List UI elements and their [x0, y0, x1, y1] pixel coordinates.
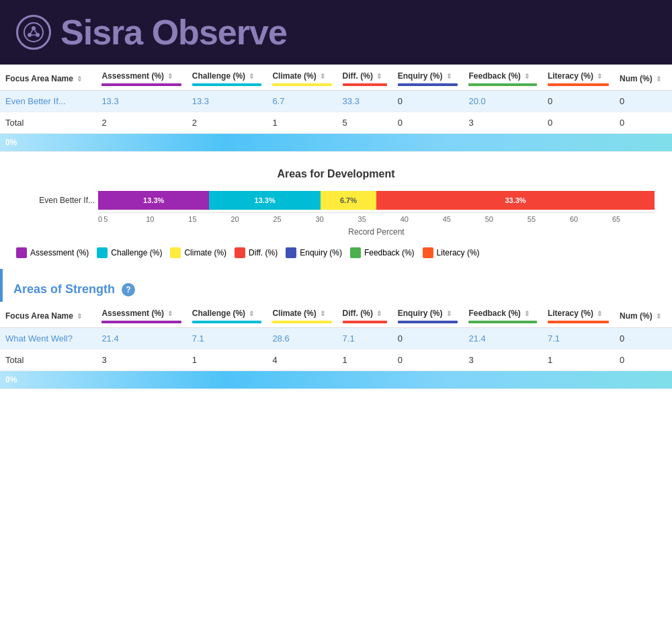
dev-total-enquiry: 0: [392, 112, 464, 134]
st-total-assessment: 3: [96, 350, 186, 371]
sth-enquiry[interactable]: Enquiry (%) ⇕: [392, 302, 464, 328]
dev-progress-cell: 0%: [0, 134, 672, 152]
sort-icon-st-focus: ⇕: [77, 313, 82, 320]
sth-challenge[interactable]: Challenge (%) ⇕: [187, 302, 267, 328]
legend-label-assessment: Assessment (%): [30, 248, 89, 257]
legend-enquiry: Enquiry (%): [286, 247, 342, 258]
dev-table-header-row: Focus Area Name ⇕ Assessment (%) ⇕ Chall…: [0, 65, 672, 91]
st-literacy-link[interactable]: 7.1: [548, 333, 560, 344]
st-assessment-link[interactable]: 21.4: [101, 333, 118, 344]
help-badge[interactable]: ?: [122, 283, 135, 296]
st-total-climate: 4: [267, 350, 337, 371]
sth-climate[interactable]: Climate (%) ⇕: [267, 302, 337, 328]
th-climate[interactable]: Climate (%) ⇕: [267, 65, 337, 91]
legend-swatch-assessment: [16, 247, 27, 258]
sort-icon-st-feedback: ⇕: [524, 310, 530, 317]
legend-climate: Climate (%): [170, 247, 226, 258]
dev-progress-row: 0%: [0, 134, 672, 152]
legend-challenge: Challenge (%): [97, 247, 162, 258]
title-black: Sisra: [60, 13, 142, 52]
sort-icon-st-diff: ⇕: [376, 310, 382, 317]
st-total-challenge: 1: [187, 350, 267, 371]
legend-swatch-diff: [235, 247, 245, 258]
th-diff[interactable]: Diff. (%) ⇕: [337, 65, 392, 91]
dev-assessment-link[interactable]: 13.3: [101, 96, 118, 106]
st-total-diff: 1: [337, 350, 392, 371]
legend-label-literacy: Literacy (%): [437, 248, 480, 257]
st-cell-feedback: 21.4: [463, 328, 542, 350]
legend-label-enquiry: Enquiry (%): [300, 248, 342, 257]
th-assessment[interactable]: Assessment (%) ⇕: [96, 65, 186, 91]
strength-progress-row: 0%: [0, 371, 672, 389]
sth-feedback[interactable]: Feedback (%) ⇕: [463, 302, 542, 328]
dev-cell-enquiry: 0: [392, 91, 464, 112]
dev-climate-link[interactable]: 6.7: [272, 96, 284, 106]
dev-total-num: 0: [614, 112, 672, 134]
sort-icon-enquiry: ⇕: [446, 73, 452, 80]
svg-line-5: [34, 28, 38, 35]
dev-total-climate: 1: [267, 112, 337, 134]
dev-diff-link[interactable]: 33.3: [343, 96, 360, 106]
th-num[interactable]: Num (%) ⇕: [614, 65, 672, 91]
legend-swatch-feedback: [350, 247, 361, 258]
sth-assessment[interactable]: Assessment (%) ⇕: [96, 302, 186, 328]
legend-swatch-enquiry: [286, 247, 296, 258]
legend-swatch-climate: [170, 247, 181, 258]
legend-label-feedback: Feedback (%): [364, 248, 415, 257]
strength-section-header: Areas of Strength ?: [0, 269, 672, 302]
x-tick-60: 60: [570, 215, 612, 223]
dev-cell-focus-area: Even Better If...: [0, 91, 96, 112]
st-cell-climate: 28.6: [267, 328, 337, 350]
svg-point-0: [24, 23, 43, 42]
th-enquiry[interactable]: Enquiry (%) ⇕: [392, 65, 464, 91]
sort-icon-st-num: ⇕: [656, 313, 661, 320]
st-cell-num: 0: [614, 328, 672, 350]
sort-icon-feedback: ⇕: [524, 73, 530, 80]
st-focus-area-link[interactable]: What Went Well?: [5, 333, 73, 344]
strength-section-link[interactable]: Areas of Strength: [13, 282, 115, 296]
dev-challenge-link[interactable]: 13.3: [192, 96, 209, 106]
th-feedback[interactable]: Feedback (%) ⇕: [463, 65, 542, 91]
dev-feedback-link[interactable]: 20.0: [468, 96, 485, 106]
legend-label-climate: Climate (%): [184, 248, 226, 257]
dev-cell-challenge: 13.3: [187, 91, 267, 112]
st-challenge-link[interactable]: 7.1: [192, 333, 204, 344]
dev-total-feedback: 3: [463, 112, 542, 134]
sth-literacy[interactable]: Literacy (%) ⇕: [542, 302, 614, 328]
sth-focus-area[interactable]: Focus Area Name ⇕: [0, 302, 96, 328]
dev-focus-area-link[interactable]: Even Better If...: [5, 96, 66, 106]
dev-cell-climate: 6.7: [267, 91, 337, 112]
st-feedback-link[interactable]: 21.4: [468, 333, 485, 344]
svg-line-4: [30, 28, 34, 35]
st-total-enquiry: 0: [392, 350, 464, 371]
x-tick-20: 20: [230, 215, 273, 223]
th-challenge[interactable]: Challenge (%) ⇕: [187, 65, 267, 91]
app-title: Sisra Observe: [60, 12, 287, 52]
legend-assessment: Assessment (%): [16, 247, 89, 258]
strength-total-row: Total 3 1 4 1 0 3 1 0: [0, 350, 672, 371]
chart-legend: Assessment (%) Challenge (%) Climate (%)…: [11, 247, 661, 258]
chart-bar-assessment: 13.3%: [98, 191, 209, 210]
sort-icon-st-climate: ⇕: [320, 310, 325, 317]
th-literacy[interactable]: Literacy (%) ⇕: [542, 65, 614, 91]
st-climate-link[interactable]: 28.6: [272, 333, 289, 344]
dev-total-label: Total: [0, 112, 96, 134]
th-focus-area[interactable]: Focus Area Name ⇕: [0, 65, 96, 91]
chart-x-label: Record Percent: [98, 227, 655, 237]
sth-diff[interactable]: Diff. (%) ⇕: [337, 302, 392, 328]
x-tick-5: 5: [103, 215, 146, 223]
st-diff-link[interactable]: 7.1: [343, 333, 355, 344]
x-tick-45: 45: [443, 215, 485, 223]
chart-bars: 13.3% 13.3% 6.7% 33.3%: [98, 191, 655, 210]
app-header: Sisra Observe: [0, 0, 672, 65]
dev-table: Focus Area Name ⇕ Assessment (%) ⇕ Chall…: [0, 65, 672, 152]
sth-num[interactable]: Num (%) ⇕: [614, 302, 672, 328]
x-tick-0: 0: [98, 215, 103, 223]
strength-data-row-1: What Went Well? 21.4 7.1 28.6 7.1 0: [0, 328, 672, 350]
legend-swatch-literacy: [423, 247, 433, 258]
legend-feedback: Feedback (%): [350, 247, 415, 258]
dev-table-wrapper: Focus Area Name ⇕ Assessment (%) ⇕ Chall…: [0, 65, 672, 152]
legend-label-diff: Diff. (%): [249, 248, 278, 257]
dev-cell-feedback: 20.0: [463, 91, 542, 112]
sort-icon-diff: ⇕: [376, 73, 382, 80]
